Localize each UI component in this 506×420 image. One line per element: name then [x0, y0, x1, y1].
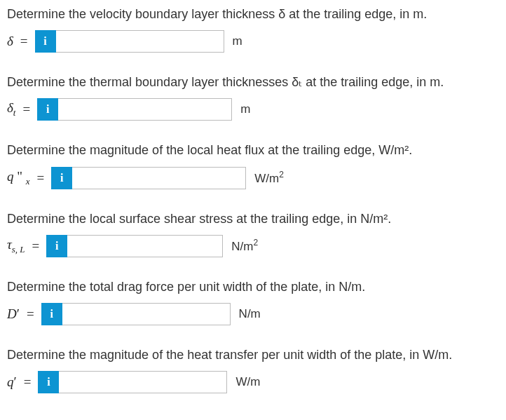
info-icon[interactable]: i [37, 98, 58, 121]
unit-label: N/m [239, 307, 261, 321]
equals-sign: = [37, 170, 45, 186]
question-block-3: Determine the magnitude of the local hea… [7, 142, 499, 189]
variable-label: δ [7, 34, 13, 49]
variable-label: q " x [7, 169, 30, 187]
unit-label: W/m [235, 375, 260, 389]
variable-label: D′ [7, 306, 20, 322]
question-prompt: Determine the total drag force per unit … [7, 278, 499, 296]
input-row: q " x=iW/m2 [7, 167, 499, 189]
variable-label: δt [7, 100, 15, 118]
input-row: δt=im [7, 98, 499, 121]
question-prompt: Determine the magnitude of the local hea… [7, 142, 499, 159]
question-block-5: Determine the total drag force per unit … [7, 278, 499, 325]
question-prompt: Determine the thermal boundary layer thi… [7, 74, 499, 91]
equals-sign: = [27, 306, 34, 322]
answer-input[interactable] [56, 30, 224, 53]
input-row: q′=iW/m [7, 371, 499, 393]
equals-sign: = [20, 34, 28, 49]
question-block-4: Determine the local surface shear stress… [7, 210, 499, 257]
variable-label: τs, L [7, 237, 25, 255]
input-row: δ=im [7, 30, 499, 53]
info-icon[interactable]: i [51, 167, 72, 189]
unit-label: W/m2 [254, 170, 284, 186]
info-icon[interactable]: i [35, 30, 56, 53]
unit-label: N/m2 [231, 238, 258, 254]
equals-sign: = [24, 374, 32, 390]
question-block-2: Determine the thermal boundary layer thi… [7, 74, 499, 121]
variable-label: q′ [7, 374, 17, 390]
answer-input[interactable] [67, 235, 223, 257]
answer-input[interactable] [59, 371, 227, 393]
info-icon[interactable]: i [38, 371, 59, 393]
unit-label: m [233, 34, 242, 48]
question-prompt: Determine the magnitude of the heat tran… [7, 346, 499, 364]
equals-sign: = [22, 102, 30, 117]
question-block-6: Determine the magnitude of the heat tran… [7, 346, 499, 393]
info-icon[interactable]: i [46, 235, 67, 257]
question-block-1: Determine the velocity boundary layer th… [7, 6, 499, 53]
answer-input[interactable] [58, 98, 232, 121]
answer-input[interactable] [72, 167, 246, 189]
question-prompt: Determine the local surface shear stress… [7, 210, 499, 228]
answer-input[interactable] [62, 303, 231, 325]
equals-sign: = [32, 238, 40, 254]
input-row: D′=iN/m [7, 303, 499, 325]
unit-label: m [240, 102, 250, 116]
question-prompt: Determine the velocity boundary layer th… [7, 6, 499, 23]
input-row: τs, L=iN/m2 [7, 235, 499, 257]
info-icon[interactable]: i [41, 303, 62, 325]
